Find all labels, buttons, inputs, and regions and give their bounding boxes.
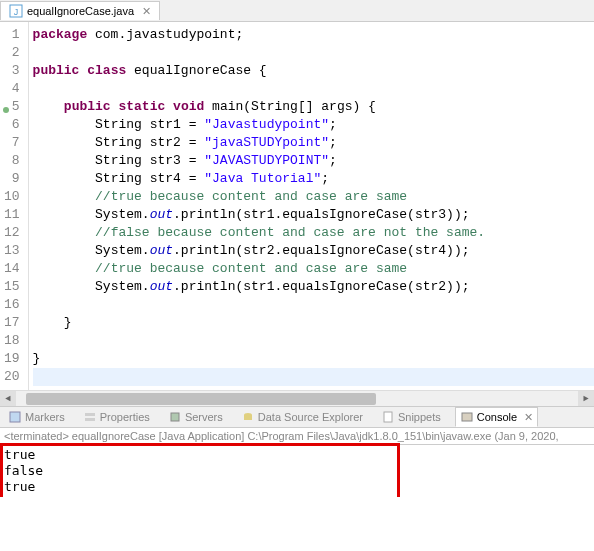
line-number: 1 bbox=[4, 26, 20, 44]
console-icon bbox=[460, 410, 474, 424]
line-number: 20 bbox=[4, 368, 20, 386]
properties-icon bbox=[83, 410, 97, 424]
line-number: 7 bbox=[4, 134, 20, 152]
override-marker-icon bbox=[2, 102, 10, 110]
data-source-icon bbox=[241, 410, 255, 424]
console-output[interactable]: true false true bbox=[0, 445, 594, 497]
line-number: 11 bbox=[4, 206, 20, 224]
svg-rect-9 bbox=[384, 412, 392, 422]
line-number: 10 bbox=[4, 188, 20, 206]
scroll-thumb[interactable] bbox=[26, 393, 376, 405]
tab-markers[interactable]: Markers bbox=[4, 408, 69, 426]
output-line: true bbox=[4, 479, 590, 495]
line-number: 8 bbox=[4, 152, 20, 170]
tab-console[interactable]: Console ✕ bbox=[455, 407, 538, 427]
line-gutter: 1 2 3 4 5 6 7 8 9 10 11 12 13 14 15 16 1… bbox=[0, 22, 29, 390]
tab-properties[interactable]: Properties bbox=[79, 408, 154, 426]
line-number: 13 bbox=[4, 242, 20, 260]
line-number: 15 bbox=[4, 278, 20, 296]
line-number: 5 bbox=[4, 98, 20, 116]
line-number: 17 bbox=[4, 314, 20, 332]
line-number: 2 bbox=[4, 44, 20, 62]
line-number: 4 bbox=[4, 80, 20, 98]
tab-title: equalIgnoreCase.java bbox=[27, 5, 134, 17]
close-icon[interactable]: ✕ bbox=[524, 411, 533, 424]
tab-servers[interactable]: Servers bbox=[164, 408, 227, 426]
svg-rect-3 bbox=[10, 412, 20, 422]
code-editor: 1 2 3 4 5 6 7 8 9 10 11 12 13 14 15 16 1… bbox=[0, 22, 594, 390]
line-number: 19 bbox=[4, 350, 20, 368]
snippets-icon bbox=[381, 410, 395, 424]
tab-data-source-explorer[interactable]: Data Source Explorer bbox=[237, 408, 367, 426]
output-line: true bbox=[4, 447, 590, 463]
svg-rect-8 bbox=[244, 415, 252, 420]
markers-icon bbox=[8, 410, 22, 424]
close-icon[interactable]: ✕ bbox=[142, 5, 151, 18]
bottom-view-tabs: Markers Properties Servers Data Source E… bbox=[0, 406, 594, 428]
line-number: 16 bbox=[4, 296, 20, 314]
line-number: 9 bbox=[4, 170, 20, 188]
file-tab[interactable]: J equalIgnoreCase.java ✕ bbox=[0, 1, 160, 20]
scroll-left-icon[interactable]: ◄ bbox=[0, 391, 16, 406]
java-file-icon: J bbox=[9, 4, 23, 18]
line-number: 6 bbox=[4, 116, 20, 134]
line-number: 18 bbox=[4, 332, 20, 350]
svg-rect-4 bbox=[85, 413, 95, 416]
horizontal-scrollbar[interactable]: ◄ ► bbox=[0, 390, 594, 406]
line-number: 14 bbox=[4, 260, 20, 278]
editor-tab-bar: J equalIgnoreCase.java ✕ bbox=[0, 0, 594, 22]
scroll-right-icon[interactable]: ► bbox=[578, 391, 594, 406]
svg-rect-5 bbox=[85, 418, 95, 421]
svg-point-2 bbox=[3, 107, 9, 113]
svg-rect-10 bbox=[462, 413, 472, 421]
line-number: 12 bbox=[4, 224, 20, 242]
console-status: <terminated> equalIgnoreCase [Java Appli… bbox=[0, 428, 594, 445]
svg-text:J: J bbox=[14, 7, 19, 17]
svg-rect-6 bbox=[171, 413, 179, 421]
code-text-area[interactable]: package com.javastudypoint; public class… bbox=[29, 22, 594, 390]
tab-snippets[interactable]: Snippets bbox=[377, 408, 445, 426]
servers-icon bbox=[168, 410, 182, 424]
line-number: 3 bbox=[4, 62, 20, 80]
output-line: false bbox=[4, 463, 590, 479]
scroll-track[interactable] bbox=[16, 391, 578, 406]
